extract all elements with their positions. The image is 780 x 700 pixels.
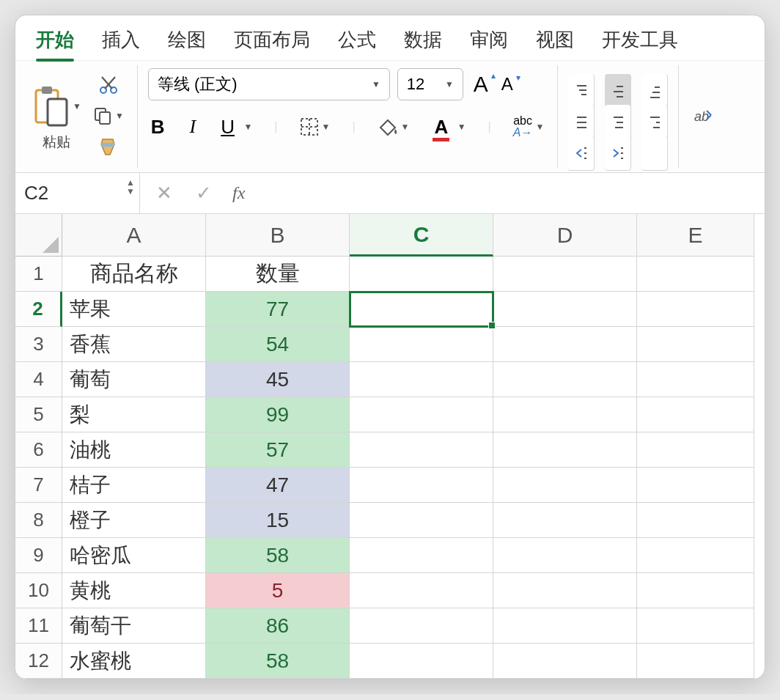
column-header-D[interactable]: D <box>493 214 637 257</box>
decrease-font-button[interactable]: A▾ <box>498 71 516 97</box>
row-header[interactable]: 9 <box>15 538 62 573</box>
cell[interactable] <box>350 432 493 468</box>
cell[interactable] <box>637 397 754 432</box>
tab-page-layout[interactable]: 页面布局 <box>234 27 310 60</box>
row-header[interactable]: 4 <box>15 362 62 397</box>
accept-formula-button[interactable]: ✓ <box>193 179 215 207</box>
cell[interactable]: 57 <box>206 432 350 468</box>
cut-button[interactable] <box>96 73 121 97</box>
row-header[interactable]: 8 <box>15 503 62 538</box>
cell[interactable] <box>493 362 637 397</box>
cell[interactable]: 橙子 <box>62 503 206 538</box>
fill-color-button[interactable]: ▼ <box>375 114 413 139</box>
tab-data[interactable]: 数据 <box>404 27 442 60</box>
cell[interactable]: 45 <box>206 362 350 397</box>
cell[interactable] <box>350 538 493 573</box>
cell[interactable]: 桔子 <box>62 468 206 503</box>
cell[interactable]: 哈密瓜 <box>62 538 206 573</box>
cell[interactable]: 香蕉 <box>62 327 206 362</box>
cell[interactable]: 5 <box>206 573 350 608</box>
align-bottom-button[interactable] <box>641 74 668 109</box>
increase-indent-button[interactable] <box>605 136 631 171</box>
row-header[interactable]: 6 <box>15 432 62 468</box>
cell[interactable] <box>637 327 754 362</box>
row-header[interactable]: 5 <box>15 397 62 432</box>
cell[interactable]: 47 <box>206 468 350 503</box>
italic-button[interactable]: I <box>187 113 199 141</box>
cell[interactable] <box>493 538 637 573</box>
row-header[interactable]: 7 <box>15 468 62 503</box>
bold-button[interactable]: B <box>148 113 168 141</box>
cell[interactable] <box>493 503 637 538</box>
cell[interactable] <box>493 468 637 503</box>
cell[interactable]: 水蜜桃 <box>62 644 206 679</box>
cell[interactable]: 77 <box>206 292 350 327</box>
cell[interactable] <box>350 644 493 679</box>
cell[interactable] <box>493 397 637 432</box>
align-right-button[interactable] <box>641 105 668 140</box>
cell[interactable]: 苹果 <box>62 292 206 327</box>
cell[interactable] <box>637 503 754 538</box>
cell[interactable] <box>350 608 493 644</box>
column-header-C[interactable]: C <box>350 214 493 257</box>
font-name-select[interactable]: 等线 (正文) ▼ <box>148 68 390 100</box>
cell[interactable] <box>637 432 754 468</box>
cell[interactable] <box>493 644 637 679</box>
cell[interactable]: 梨 <box>62 397 206 432</box>
format-painter-button[interactable] <box>95 134 122 161</box>
tab-review[interactable]: 审阅 <box>470 27 508 60</box>
cell[interactable] <box>637 362 754 397</box>
cell[interactable] <box>493 432 637 468</box>
cell[interactable] <box>350 257 493 292</box>
cell[interactable] <box>637 644 754 679</box>
cell[interactable] <box>637 573 754 608</box>
decrease-indent-button[interactable] <box>568 136 595 171</box>
fx-label[interactable]: fx <box>232 183 245 203</box>
cell[interactable] <box>493 327 637 362</box>
cell[interactable]: 86 <box>206 608 350 644</box>
cell[interactable] <box>493 573 637 608</box>
column-header-A[interactable]: A <box>62 214 206 257</box>
select-all-corner[interactable] <box>15 214 62 257</box>
cell[interactable] <box>493 608 637 644</box>
phonetic-button[interactable]: abcA→ ▼ <box>510 112 548 141</box>
paste-button[interactable]: ▼ <box>29 81 84 131</box>
tab-insert[interactable]: 插入 <box>102 27 140 60</box>
align-center-button[interactable] <box>605 105 631 140</box>
row-header[interactable]: 12 <box>15 644 62 679</box>
row-header[interactable]: 10 <box>15 573 62 608</box>
copy-button[interactable]: ▼ <box>90 103 127 128</box>
cell[interactable]: 油桃 <box>62 432 206 468</box>
cell[interactable] <box>637 608 754 644</box>
cell[interactable]: 54 <box>206 327 350 362</box>
cell[interactable]: 99 <box>206 397 350 432</box>
cell[interactable] <box>350 397 493 432</box>
cell[interactable] <box>637 538 754 573</box>
cell[interactable] <box>350 503 493 538</box>
cancel-formula-button[interactable]: ✕ <box>153 179 175 207</box>
formula-input[interactable] <box>258 173 765 213</box>
tab-formulas[interactable]: 公式 <box>338 27 376 60</box>
cell[interactable] <box>637 257 754 292</box>
row-header[interactable]: 3 <box>15 327 62 362</box>
underline-button[interactable]: U ▼ <box>218 113 255 141</box>
cell[interactable] <box>493 257 637 292</box>
cell[interactable] <box>350 573 493 608</box>
align-left-button[interactable] <box>568 105 595 140</box>
row-header[interactable]: 11 <box>15 608 62 644</box>
cell[interactable] <box>637 468 754 503</box>
name-box[interactable]: C2 ▲▼ <box>15 173 140 213</box>
row-header[interactable]: 2 <box>15 292 62 327</box>
cell[interactable] <box>350 362 493 397</box>
cell[interactable]: 数量 <box>206 257 350 292</box>
font-size-select[interactable]: 12 ▼ <box>397 68 463 100</box>
row-header[interactable]: 1 <box>15 257 62 292</box>
cell[interactable] <box>493 292 637 327</box>
align-middle-button[interactable] <box>605 74 631 109</box>
cell[interactable] <box>637 292 754 327</box>
increase-font-button[interactable]: A▴ <box>471 69 491 100</box>
tab-developer[interactable]: 开发工具 <box>602 27 678 60</box>
cell[interactable] <box>350 468 493 503</box>
align-top-button[interactable] <box>568 74 595 109</box>
cell[interactable] <box>350 327 493 362</box>
